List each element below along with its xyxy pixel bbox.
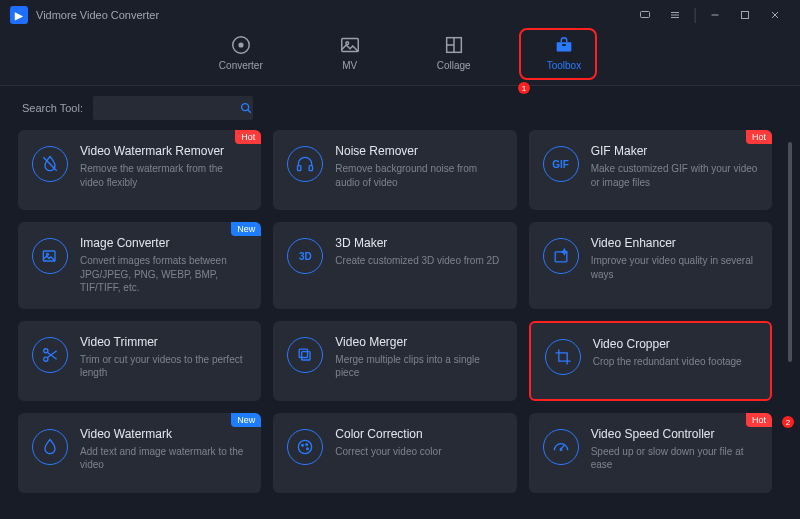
badge-new: New	[231, 222, 261, 236]
tab-converter[interactable]: Converter	[211, 30, 271, 75]
layers-icon	[287, 337, 323, 373]
droplet-slash-icon	[32, 146, 68, 182]
tool-noise-remover[interactable]: Noise Remover Remove background noise fr…	[273, 130, 516, 210]
tool-video-watermark[interactable]: New Video Watermark Add text and image w…	[18, 413, 261, 493]
tool-title: 3D Maker	[335, 236, 502, 250]
app-logo: ▶	[10, 6, 28, 24]
tool-title: Video Enhancer	[591, 236, 758, 250]
svg-point-19	[299, 440, 312, 453]
tool-video-enhancer[interactable]: Video Enhancer Improve your video qualit…	[529, 222, 772, 309]
image-convert-icon	[32, 238, 68, 274]
tool-gif-maker[interactable]: Hot GIF GIF Maker Make customized GIF wi…	[529, 130, 772, 210]
scrollbar-thumb[interactable]	[788, 142, 792, 362]
tab-label: Collage	[437, 60, 471, 71]
tool-desc: Create customized 3D video from 2D	[335, 254, 502, 268]
tool-title: Image Converter	[80, 236, 247, 250]
tool-desc: Make customized GIF with your video or i…	[591, 162, 758, 189]
svg-point-21	[306, 443, 308, 445]
svg-rect-18	[299, 349, 307, 357]
badge-hot: Hot	[746, 130, 772, 144]
svg-point-3	[239, 43, 243, 47]
callout-number-2: 2	[782, 416, 794, 428]
tool-title: Video Watermark Remover	[80, 144, 247, 158]
maximize-icon[interactable]	[730, 0, 760, 30]
tab-collage[interactable]: Collage	[429, 30, 479, 75]
divider: |	[690, 0, 700, 30]
svg-point-15	[44, 348, 48, 352]
tool-desc: Trim or cut your videos to the perfect l…	[80, 353, 247, 380]
svg-point-20	[302, 444, 304, 446]
search-label: Search Tool:	[22, 102, 83, 114]
tool-title: Color Correction	[335, 427, 502, 441]
tool-3d-maker[interactable]: 3D 3D Maker Create customized 3D video f…	[273, 222, 516, 309]
tool-title: Noise Remover	[335, 144, 502, 158]
sparkle-film-icon	[543, 238, 579, 274]
feedback-icon[interactable]	[630, 0, 660, 30]
search-input[interactable]	[101, 102, 239, 114]
gif-icon: GIF	[543, 146, 579, 182]
crop-icon	[545, 339, 581, 375]
highlight-box-1	[519, 28, 597, 80]
badge-new: New	[231, 413, 261, 427]
tab-mv[interactable]: MV	[331, 30, 369, 75]
tool-desc: Speed up or slow down your file at ease	[591, 445, 758, 472]
menu-icon[interactable]	[660, 0, 690, 30]
tool-color-correction[interactable]: Color Correction Correct your video colo…	[273, 413, 516, 493]
tab-label: Converter	[219, 60, 263, 71]
svg-rect-1	[742, 12, 749, 19]
tool-title: Video Cropper	[593, 337, 756, 351]
tool-title: Video Speed Controller	[591, 427, 758, 441]
tool-desc: Convert images formats between JPG/JPEG,…	[80, 254, 247, 295]
callout-number-1: 1	[518, 82, 530, 94]
3d-icon: 3D	[287, 238, 323, 274]
svg-rect-11	[309, 166, 312, 171]
svg-point-22	[307, 447, 309, 449]
speedometer-icon	[543, 429, 579, 465]
svg-point-13	[47, 253, 49, 255]
badge-hot: Hot	[235, 130, 261, 144]
badge-hot: Hot	[746, 413, 772, 427]
image-icon	[339, 34, 361, 56]
power-icon	[230, 34, 252, 56]
tool-title: Video Merger	[335, 335, 502, 349]
tool-desc: Add text and image watermark to the vide…	[80, 445, 247, 472]
titlebar: ▶ Vidmore Video Converter |	[0, 0, 800, 30]
tool-grid: Hot Video Watermark Remover Remove the w…	[18, 130, 772, 493]
tool-title: Video Watermark	[80, 427, 247, 441]
tool-desc: Remove background noise from audio of vi…	[335, 162, 502, 189]
tool-video-speed-controller[interactable]: Hot Video Speed Controller Speed up or s…	[529, 413, 772, 493]
tool-video-merger[interactable]: Video Merger Merge multiple clips into a…	[273, 321, 516, 401]
tool-image-converter[interactable]: New Image Converter Convert images forma…	[18, 222, 261, 309]
droplet-icon	[32, 429, 68, 465]
tool-video-trimmer[interactable]: Video Trimmer Trim or cut your videos to…	[18, 321, 261, 401]
tool-desc: Merge multiple clips into a single piece	[335, 353, 502, 380]
svg-rect-10	[298, 166, 301, 171]
minimize-icon[interactable]	[700, 0, 730, 30]
tool-title: Video Trimmer	[80, 335, 247, 349]
close-icon[interactable]	[760, 0, 790, 30]
collage-icon	[443, 34, 465, 56]
tool-desc: Crop the redundant video footage	[593, 355, 756, 369]
tab-label: MV	[342, 60, 357, 71]
tool-desc: Remove the watermark from the video flex…	[80, 162, 247, 189]
svg-rect-17	[302, 351, 310, 359]
svg-rect-0	[641, 12, 650, 18]
svg-point-9	[242, 104, 249, 111]
tools-area: Hot Video Watermark Remover Remove the w…	[0, 130, 800, 519]
tool-desc: Correct your video color	[335, 445, 502, 459]
scrollbar[interactable]	[788, 140, 792, 400]
scissors-icon	[32, 337, 68, 373]
search-row: Search Tool:	[0, 86, 800, 130]
search-icon[interactable]	[239, 101, 253, 115]
svg-point-23	[560, 448, 562, 450]
search-box[interactable]	[93, 96, 253, 120]
main-nav: Converter MV Collage Toolbox 1	[0, 30, 800, 85]
headphones-icon	[287, 146, 323, 182]
tool-video-watermark-remover[interactable]: Hot Video Watermark Remover Remove the w…	[18, 130, 261, 210]
tool-desc: Improve your video quality in several wa…	[591, 254, 758, 281]
palette-icon	[287, 429, 323, 465]
tool-video-cropper[interactable]: Video Cropper Crop the redundant video f…	[529, 321, 772, 401]
tool-title: GIF Maker	[591, 144, 758, 158]
svg-point-16	[44, 357, 48, 361]
tab-toolbox[interactable]: Toolbox	[539, 30, 589, 75]
